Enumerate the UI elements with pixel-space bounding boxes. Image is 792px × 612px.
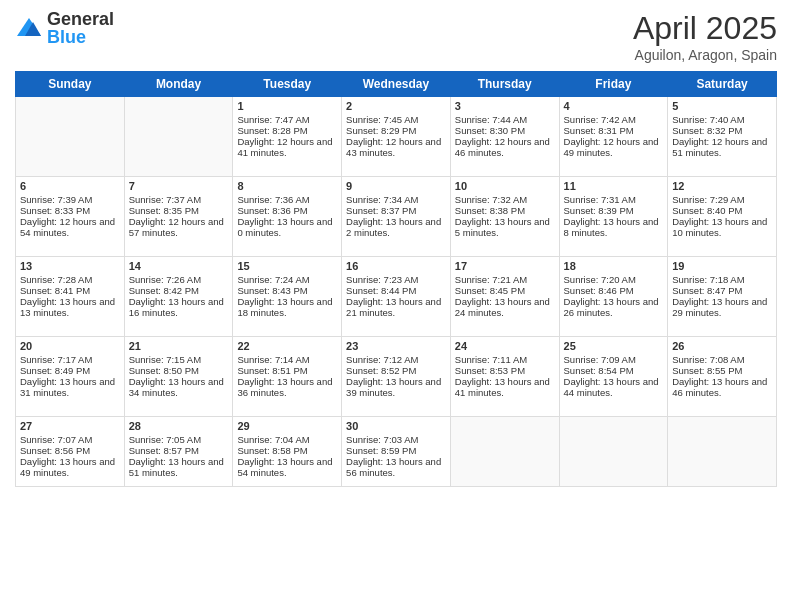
sunrise-text: Sunrise: 7:05 AM (129, 434, 229, 445)
daylight-text: Daylight: 13 hours and 46 minutes. (672, 376, 772, 398)
sunset-text: Sunset: 8:44 PM (346, 285, 446, 296)
logo-text: General Blue (47, 10, 114, 46)
calendar-cell: 26Sunrise: 7:08 AMSunset: 8:55 PMDayligh… (668, 337, 777, 417)
day-number: 24 (455, 340, 555, 352)
sunset-text: Sunset: 8:54 PM (564, 365, 664, 376)
daylight-text: Daylight: 12 hours and 49 minutes. (564, 136, 664, 158)
sunrise-text: Sunrise: 7:28 AM (20, 274, 120, 285)
daylight-text: Daylight: 12 hours and 43 minutes. (346, 136, 446, 158)
daylight-text: Daylight: 13 hours and 39 minutes. (346, 376, 446, 398)
sunrise-text: Sunrise: 7:32 AM (455, 194, 555, 205)
header: General Blue April 2025 Aguilon, Aragon,… (15, 10, 777, 63)
sunrise-text: Sunrise: 7:37 AM (129, 194, 229, 205)
daylight-text: Daylight: 13 hours and 41 minutes. (455, 376, 555, 398)
calendar-cell: 30Sunrise: 7:03 AMSunset: 8:59 PMDayligh… (342, 417, 451, 487)
sunrise-text: Sunrise: 7:20 AM (564, 274, 664, 285)
day-number: 20 (20, 340, 120, 352)
sunrise-text: Sunrise: 7:40 AM (672, 114, 772, 125)
daylight-text: Daylight: 12 hours and 51 minutes. (672, 136, 772, 158)
daylight-text: Daylight: 13 hours and 44 minutes. (564, 376, 664, 398)
sunset-text: Sunset: 8:28 PM (237, 125, 337, 136)
day-number: 14 (129, 260, 229, 272)
day-number: 19 (672, 260, 772, 272)
sunrise-text: Sunrise: 7:24 AM (237, 274, 337, 285)
sunrise-text: Sunrise: 7:03 AM (346, 434, 446, 445)
week-row-1: 1Sunrise: 7:47 AMSunset: 8:28 PMDaylight… (16, 97, 777, 177)
daylight-text: Daylight: 12 hours and 41 minutes. (237, 136, 337, 158)
calendar-cell (16, 97, 125, 177)
sunset-text: Sunset: 8:31 PM (564, 125, 664, 136)
sunset-text: Sunset: 8:55 PM (672, 365, 772, 376)
calendar-cell: 25Sunrise: 7:09 AMSunset: 8:54 PMDayligh… (559, 337, 668, 417)
day-number: 2 (346, 100, 446, 112)
calendar-cell: 5Sunrise: 7:40 AMSunset: 8:32 PMDaylight… (668, 97, 777, 177)
daylight-text: Daylight: 13 hours and 51 minutes. (129, 456, 229, 478)
sunrise-text: Sunrise: 7:17 AM (20, 354, 120, 365)
day-number: 6 (20, 180, 120, 192)
calendar-cell: 17Sunrise: 7:21 AMSunset: 8:45 PMDayligh… (450, 257, 559, 337)
daylight-text: Daylight: 13 hours and 21 minutes. (346, 296, 446, 318)
sunrise-text: Sunrise: 7:36 AM (237, 194, 337, 205)
calendar-cell (124, 97, 233, 177)
day-number: 27 (20, 420, 120, 432)
day-header-thursday: Thursday (450, 72, 559, 97)
week-row-5: 27Sunrise: 7:07 AMSunset: 8:56 PMDayligh… (16, 417, 777, 487)
week-row-2: 6Sunrise: 7:39 AMSunset: 8:33 PMDaylight… (16, 177, 777, 257)
sunrise-text: Sunrise: 7:11 AM (455, 354, 555, 365)
sunset-text: Sunset: 8:59 PM (346, 445, 446, 456)
page: General Blue April 2025 Aguilon, Aragon,… (0, 0, 792, 612)
daylight-text: Daylight: 13 hours and 18 minutes. (237, 296, 337, 318)
day-number: 28 (129, 420, 229, 432)
sunrise-text: Sunrise: 7:29 AM (672, 194, 772, 205)
day-number: 10 (455, 180, 555, 192)
calendar-cell: 24Sunrise: 7:11 AMSunset: 8:53 PMDayligh… (450, 337, 559, 417)
day-number: 18 (564, 260, 664, 272)
sunset-text: Sunset: 8:46 PM (564, 285, 664, 296)
sunrise-text: Sunrise: 7:23 AM (346, 274, 446, 285)
day-number: 13 (20, 260, 120, 272)
day-number: 5 (672, 100, 772, 112)
logo-general-text: General (47, 10, 114, 28)
calendar-cell: 22Sunrise: 7:14 AMSunset: 8:51 PMDayligh… (233, 337, 342, 417)
calendar-cell: 3Sunrise: 7:44 AMSunset: 8:30 PMDaylight… (450, 97, 559, 177)
sunset-text: Sunset: 8:51 PM (237, 365, 337, 376)
daylight-text: Daylight: 13 hours and 13 minutes. (20, 296, 120, 318)
day-number: 11 (564, 180, 664, 192)
sunset-text: Sunset: 8:52 PM (346, 365, 446, 376)
calendar-cell: 18Sunrise: 7:20 AMSunset: 8:46 PMDayligh… (559, 257, 668, 337)
daylight-text: Daylight: 13 hours and 34 minutes. (129, 376, 229, 398)
day-number: 7 (129, 180, 229, 192)
sunrise-text: Sunrise: 7:14 AM (237, 354, 337, 365)
sunset-text: Sunset: 8:45 PM (455, 285, 555, 296)
sunset-text: Sunset: 8:47 PM (672, 285, 772, 296)
calendar-cell: 12Sunrise: 7:29 AMSunset: 8:40 PMDayligh… (668, 177, 777, 257)
daylight-text: Daylight: 13 hours and 49 minutes. (20, 456, 120, 478)
calendar-cell (450, 417, 559, 487)
calendar-cell (559, 417, 668, 487)
calendar-cell: 11Sunrise: 7:31 AMSunset: 8:39 PMDayligh… (559, 177, 668, 257)
sunrise-text: Sunrise: 7:09 AM (564, 354, 664, 365)
sunset-text: Sunset: 8:57 PM (129, 445, 229, 456)
day-header-wednesday: Wednesday (342, 72, 451, 97)
calendar-subtitle: Aguilon, Aragon, Spain (633, 47, 777, 63)
calendar-cell: 10Sunrise: 7:32 AMSunset: 8:38 PMDayligh… (450, 177, 559, 257)
week-row-4: 20Sunrise: 7:17 AMSunset: 8:49 PMDayligh… (16, 337, 777, 417)
calendar-cell: 4Sunrise: 7:42 AMSunset: 8:31 PMDaylight… (559, 97, 668, 177)
week-row-3: 13Sunrise: 7:28 AMSunset: 8:41 PMDayligh… (16, 257, 777, 337)
daylight-text: Daylight: 13 hours and 29 minutes. (672, 296, 772, 318)
calendar-cell: 9Sunrise: 7:34 AMSunset: 8:37 PMDaylight… (342, 177, 451, 257)
calendar-cell: 14Sunrise: 7:26 AMSunset: 8:42 PMDayligh… (124, 257, 233, 337)
daylight-text: Daylight: 13 hours and 8 minutes. (564, 216, 664, 238)
sunset-text: Sunset: 8:35 PM (129, 205, 229, 216)
day-number: 9 (346, 180, 446, 192)
sunset-text: Sunset: 8:39 PM (564, 205, 664, 216)
logo: General Blue (15, 10, 114, 46)
calendar-table: SundayMondayTuesdayWednesdayThursdayFrid… (15, 71, 777, 487)
day-number: 29 (237, 420, 337, 432)
sunrise-text: Sunrise: 7:44 AM (455, 114, 555, 125)
calendar-cell: 15Sunrise: 7:24 AMSunset: 8:43 PMDayligh… (233, 257, 342, 337)
day-number: 26 (672, 340, 772, 352)
sunrise-text: Sunrise: 7:21 AM (455, 274, 555, 285)
day-header-saturday: Saturday (668, 72, 777, 97)
sunset-text: Sunset: 8:56 PM (20, 445, 120, 456)
